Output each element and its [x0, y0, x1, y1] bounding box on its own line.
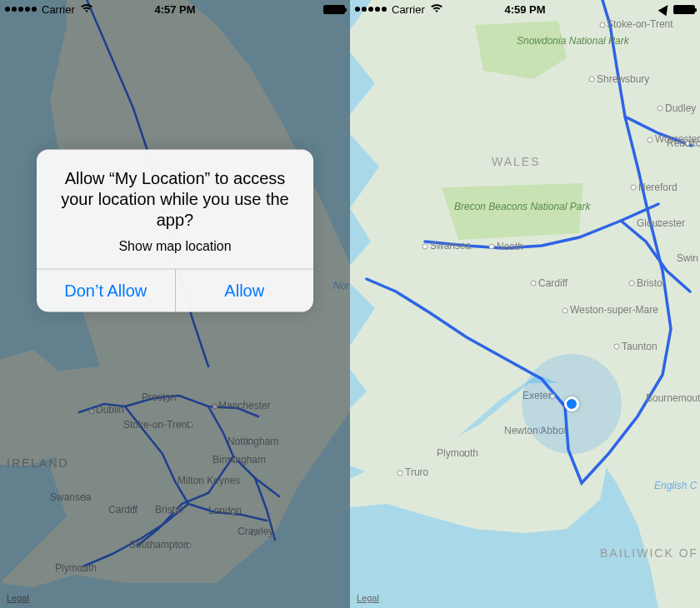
battery-icon: [673, 5, 695, 14]
city-dot: [658, 106, 663, 112]
legal-link[interactable]: Legal: [357, 593, 379, 603]
city-dot: [600, 22, 606, 28]
carrier-label: Carrier: [392, 3, 425, 16]
location-services-icon: [658, 2, 672, 17]
allow-button[interactable]: Allow: [175, 270, 314, 312]
status-left-cluster: Carrier: [5, 3, 93, 16]
city-dot: [685, 141, 691, 147]
user-location-dot: [564, 396, 579, 411]
status-bar-left: Carrier 4:57 PM: [0, 0, 350, 18]
map-land: [350, 0, 700, 608]
phone-right: Carrier 4:59 PM: [350, 0, 700, 608]
status-right-cluster: [660, 4, 695, 14]
wifi-icon: [430, 3, 443, 16]
status-right-cluster: [323, 5, 345, 14]
phone-left: Carrier 4:57 PM: [0, 0, 350, 608]
battery-icon: [323, 5, 345, 14]
alert-title: Allow “My Location” to access your locat…: [53, 168, 297, 231]
city-dot: [614, 344, 620, 350]
city-dot: [398, 471, 403, 476]
city-dot: [464, 451, 470, 457]
city-dot: [531, 281, 537, 287]
signal-dots-icon: [355, 7, 387, 12]
dont-allow-button[interactable]: Don’t Allow: [37, 270, 175, 312]
carrier-label: Carrier: [42, 3, 75, 16]
alert-buttons: Don’t Allow Allow: [37, 269, 313, 312]
city-dot: [589, 77, 595, 82]
city-dot: [656, 221, 662, 227]
city-dot: [562, 308, 568, 314]
city-dot: [489, 244, 495, 250]
status-bar-right: Carrier 4:59 PM: [350, 0, 700, 18]
alert-body: Allow “My Location” to access your locat…: [37, 150, 313, 269]
alert-message: Show map location: [53, 239, 297, 254]
location-permission-alert: Allow “My Location” to access your locat…: [37, 150, 313, 312]
wifi-icon: [80, 3, 93, 16]
city-dot: [631, 185, 637, 191]
city-dot: [629, 281, 635, 287]
city-dot: [648, 137, 653, 143]
map-right[interactable]: Stoke-on-Trent Snowdonia National Park S…: [350, 0, 700, 608]
city-dot: [422, 244, 428, 250]
status-left-cluster: Carrier: [355, 3, 443, 16]
signal-dots-icon: [5, 7, 37, 12]
